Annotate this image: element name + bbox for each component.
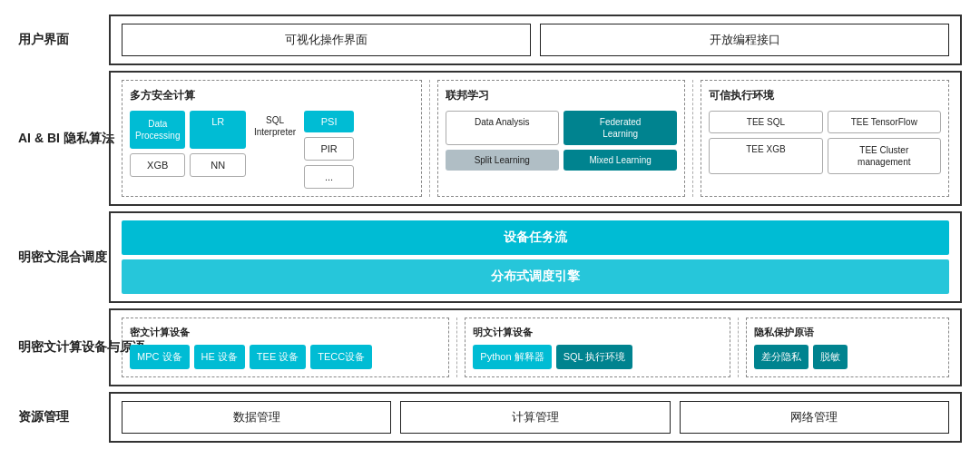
devices-row-content: 密文计算设备 MPC 设备 HE 设备 TEE 设备 TECC设备 明文计算设备… bbox=[109, 308, 962, 386]
resource-network: 网络管理 bbox=[680, 401, 949, 434]
chip-data-processing: DataProcessing bbox=[130, 111, 185, 149]
chip-tee-xgb: TEE XGB bbox=[709, 138, 822, 174]
resource-compute: 计算管理 bbox=[400, 401, 670, 434]
ai-section-mpc-title: 多方安全计算 bbox=[130, 88, 414, 103]
chip-differential-privacy: 差分隐私 bbox=[754, 345, 808, 369]
chip-nn: NN bbox=[190, 153, 245, 177]
resource-row-content: 数据管理 计算管理 网络管理 bbox=[109, 392, 962, 443]
divider-4 bbox=[738, 318, 739, 377]
scheduling-row-label: 明密文混合调度 bbox=[18, 249, 109, 266]
architecture-diagram: 用户界面 可视化操作界面 开放编程接口 AI & BI 隐私算法 多方安全计算 … bbox=[18, 15, 962, 443]
ui-row-label: 用户界面 bbox=[18, 32, 109, 48]
plain-devices-section: 明文计算设备 Python 解释器 SQL 执行环境 bbox=[465, 318, 730, 377]
cipher-devices-title: 密文计算设备 bbox=[130, 326, 441, 339]
sql-interpreter-label: SQLInterpreter bbox=[254, 114, 296, 138]
chip-mixed-learning: Mixed Learning bbox=[564, 150, 677, 171]
ai-section-tee: 可信执行环境 TEE SQL TEE TensorFlow TEE XGB TE… bbox=[701, 80, 949, 197]
chip-xgb: XGB bbox=[130, 153, 185, 177]
devices-row: 明密文计算设备与原语 密文计算设备 MPC 设备 HE 设备 TEE 设备 TE… bbox=[18, 308, 962, 386]
devices-row-label: 明密文计算设备与原语 bbox=[18, 339, 109, 356]
ui-box-visual: 可视化操作界面 bbox=[122, 24, 531, 56]
ai-row-label: AI & BI 隐私算法 bbox=[18, 131, 109, 147]
scheduling-row-content: 设备任务流 分布式调度引擎 bbox=[109, 211, 962, 303]
divider-3 bbox=[456, 318, 457, 377]
ai-section-mpc: 多方安全计算 DataProcessing LR XGB NN SQLInter… bbox=[122, 80, 422, 197]
privacy-primitives-section: 隐私保护原语 差分隐私 脱敏 bbox=[746, 318, 949, 377]
chip-mpc: MPC 设备 bbox=[130, 345, 190, 369]
ui-row-content: 可视化操作界面 开放编程接口 bbox=[109, 15, 962, 65]
chip-split-learning: Split Learning bbox=[446, 150, 559, 171]
ai-section-federated: 联邦学习 Data Analysis FederatedLearning Spl… bbox=[437, 80, 686, 197]
resource-row-label: 资源管理 bbox=[18, 409, 109, 425]
resource-data: 数据管理 bbox=[122, 401, 391, 434]
chip-tee-sql: TEE SQL bbox=[709, 111, 822, 133]
resource-row: 资源管理 数据管理 计算管理 网络管理 bbox=[18, 392, 962, 443]
chip-tee-device: TEE 设备 bbox=[250, 345, 306, 369]
chip-federated-learning: FederatedLearning bbox=[564, 111, 677, 145]
chip-python: Python 解释器 bbox=[473, 345, 551, 369]
privacy-primitives-title: 隐私保护原语 bbox=[754, 326, 941, 339]
chip-data-analysis: Data Analysis bbox=[446, 111, 559, 145]
divider-1 bbox=[429, 80, 430, 197]
chip-tee-cluster: TEE Clustermanagement bbox=[828, 138, 941, 174]
chip-desensitize: 脱敏 bbox=[813, 345, 848, 369]
scheduling-bar-task: 设备任务流 bbox=[122, 220, 949, 255]
divider-2 bbox=[692, 80, 693, 197]
plain-devices-title: 明文计算设备 bbox=[473, 326, 722, 339]
chip-sql-env: SQL 执行环境 bbox=[556, 345, 633, 369]
chip-tecc: TECC设备 bbox=[310, 345, 372, 369]
ai-section-federated-title: 联邦学习 bbox=[446, 88, 678, 103]
ui-box-api: 开放编程接口 bbox=[540, 24, 949, 56]
ui-row: 用户界面 可视化操作界面 开放编程接口 bbox=[18, 15, 962, 65]
ai-section-tee-title: 可信执行环境 bbox=[709, 88, 941, 103]
ai-row-content: 多方安全计算 DataProcessing LR XGB NN SQLInter… bbox=[109, 71, 962, 206]
chip-he: HE 设备 bbox=[194, 345, 245, 369]
chip-lr: LR bbox=[190, 111, 245, 149]
scheduling-bar-distributed: 分布式调度引擎 bbox=[122, 259, 949, 294]
chip-pir: PIR bbox=[304, 137, 354, 161]
chip-dots: ... bbox=[304, 165, 354, 189]
ai-row: AI & BI 隐私算法 多方安全计算 DataProcessing LR XG… bbox=[18, 71, 962, 206]
scheduling-row: 明密文混合调度 设备任务流 分布式调度引擎 bbox=[18, 211, 962, 303]
chip-psi: PSI bbox=[304, 111, 354, 132]
chip-tee-tensorflow: TEE TensorFlow bbox=[828, 111, 941, 133]
cipher-devices-section: 密文计算设备 MPC 设备 HE 设备 TEE 设备 TECC设备 bbox=[122, 318, 449, 377]
